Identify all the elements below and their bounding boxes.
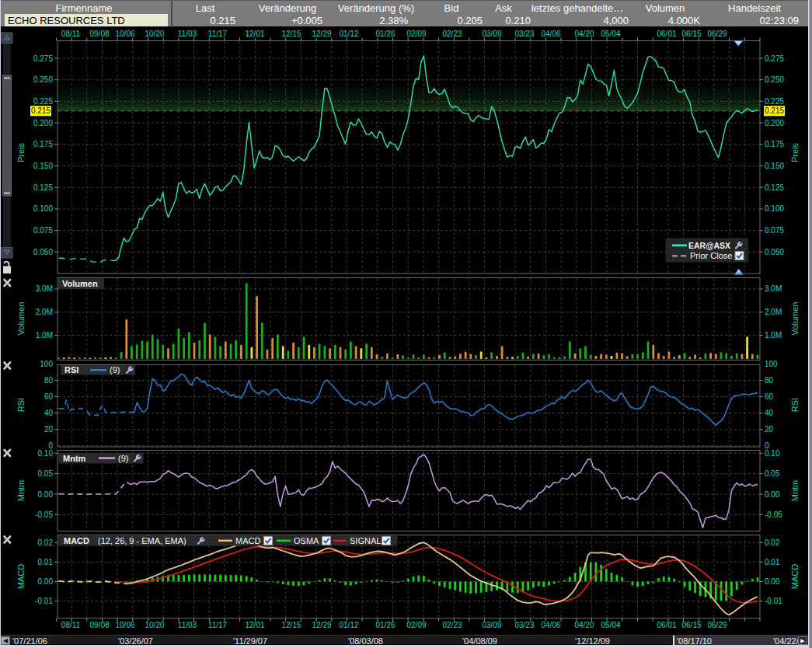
svg-text:RSI: RSI	[64, 365, 78, 375]
svg-text:0.150: 0.150	[765, 162, 784, 170]
svg-text:01/26: 01/26	[375, 621, 395, 629]
svg-text:20: 20	[44, 425, 54, 434]
svg-text:2.0M: 2.0M	[36, 308, 53, 316]
svg-text:OSMA: OSMA	[294, 536, 319, 545]
svg-text:0.275: 0.275	[765, 54, 784, 63]
svg-text:0.05: 0.05	[765, 469, 780, 478]
svg-text:80: 80	[765, 376, 774, 385]
svg-text:0.250: 0.250	[765, 75, 784, 84]
svg-text:MACD: MACD	[64, 536, 89, 545]
svg-text:Volumen: Volumen	[62, 279, 98, 288]
svg-text:11/17: 11/17	[208, 621, 228, 629]
svg-text:RSI: RSI	[790, 398, 800, 412]
svg-text:01/26: 01/26	[375, 30, 395, 38]
svg-text:0.275: 0.275	[33, 54, 53, 63]
svg-text:Mntm: Mntm	[63, 454, 86, 463]
svg-text:Mntm: Mntm	[16, 480, 26, 502]
svg-text:0.02: 0.02	[38, 538, 54, 547]
svg-text:10/06: 10/06	[115, 30, 134, 38]
svg-text:(9): (9)	[110, 365, 120, 375]
svg-text:0.175: 0.175	[765, 140, 784, 148]
svg-text:04/20: 04/20	[574, 621, 594, 629]
svg-text:0.100: 0.100	[765, 204, 784, 213]
svg-text:0.00: 0.00	[765, 577, 780, 586]
svg-text:Volumen: Volumen	[16, 302, 26, 336]
svg-text:0.10: 0.10	[765, 449, 780, 458]
svg-text:(9): (9)	[118, 454, 128, 463]
svg-text:0.075: 0.075	[33, 226, 53, 235]
svg-text:0.01: 0.01	[765, 558, 780, 566]
svg-text:12/01: 12/01	[245, 621, 264, 629]
svg-text:(12, 26, 9 - EMA, EMA): (12, 26, 9 - EMA, EMA)	[98, 536, 186, 545]
svg-text:03/09: 03/09	[482, 621, 501, 629]
svg-text:11/03: 11/03	[178, 621, 197, 629]
svg-text:40: 40	[44, 409, 54, 417]
svg-text:1.0M: 1.0M	[765, 331, 782, 340]
svg-text:-0.01: -0.01	[765, 597, 782, 605]
svg-text:10/06: 10/06	[115, 621, 134, 629]
svg-text:06/15: 06/15	[681, 30, 701, 38]
svg-text:3.0M: 3.0M	[36, 284, 53, 293]
svg-text:06/01: 06/01	[657, 30, 676, 38]
svg-text:60: 60	[44, 392, 54, 401]
svg-text:09/08: 09/08	[89, 30, 109, 38]
svg-text:0.100: 0.100	[33, 204, 53, 213]
svg-text:04/06: 04/06	[541, 30, 560, 38]
svg-text:40: 40	[765, 409, 774, 417]
svg-text:06/15: 06/15	[681, 621, 701, 629]
svg-text:0.02: 0.02	[765, 538, 780, 547]
svg-text:02/09: 02/09	[406, 30, 426, 38]
svg-text:20: 20	[765, 425, 774, 434]
svg-text:0.200: 0.200	[765, 119, 784, 127]
svg-text:06/29: 06/29	[707, 621, 727, 629]
svg-text:MACD: MACD	[235, 536, 260, 545]
svg-text:0.00: 0.00	[765, 490, 780, 499]
svg-text:12/29: 12/29	[312, 621, 331, 629]
svg-text:EAR@ASX: EAR@ASX	[688, 241, 730, 250]
svg-text:0.215: 0.215	[31, 106, 51, 115]
svg-text:02/09: 02/09	[406, 621, 426, 629]
svg-text:03/23: 03/23	[514, 621, 534, 629]
svg-text:Prior Close: Prior Close	[690, 251, 732, 260]
svg-text:0.175: 0.175	[33, 140, 53, 148]
svg-text:02/23: 02/23	[442, 621, 462, 629]
svg-text:Preis: Preis	[790, 142, 800, 162]
svg-text:0.01: 0.01	[38, 558, 54, 566]
svg-text:12/15: 12/15	[281, 621, 301, 629]
svg-text:05/04: 05/04	[601, 30, 620, 38]
svg-text:100: 100	[765, 360, 778, 368]
svg-text:-0.01: -0.01	[35, 597, 53, 605]
svg-text:04/06: 04/06	[541, 621, 560, 629]
svg-text:0.00: 0.00	[38, 490, 54, 499]
svg-text:0.050: 0.050	[33, 248, 53, 256]
svg-text:2.0M: 2.0M	[765, 308, 782, 316]
svg-text:MACD: MACD	[16, 564, 26, 589]
svg-text:10/20: 10/20	[145, 30, 164, 38]
svg-text:03/09: 03/09	[482, 30, 501, 38]
svg-text:Preis: Preis	[16, 142, 26, 162]
svg-text:05/04: 05/04	[601, 621, 620, 629]
svg-text:0.225: 0.225	[765, 97, 784, 106]
svg-text:02/23: 02/23	[442, 30, 462, 38]
svg-text:01/12: 01/12	[339, 621, 358, 629]
svg-text:08/11: 08/11	[61, 621, 81, 629]
svg-text:08/11: 08/11	[61, 30, 81, 38]
svg-text:12/29: 12/29	[312, 30, 331, 38]
svg-text:-0.05: -0.05	[765, 510, 782, 519]
svg-text:MACD: MACD	[790, 564, 800, 589]
svg-text:0.225: 0.225	[33, 97, 53, 106]
svg-text:Volumen: Volumen	[790, 302, 800, 336]
svg-text:04/20: 04/20	[574, 30, 594, 38]
svg-text:03/23: 03/23	[514, 30, 534, 38]
svg-text:SIGNAL: SIGNAL	[350, 536, 381, 545]
svg-text:0.050: 0.050	[765, 248, 784, 256]
svg-text:80: 80	[44, 376, 54, 385]
svg-text:-0.05: -0.05	[35, 510, 53, 519]
svg-text:06/29: 06/29	[707, 30, 727, 38]
svg-text:100: 100	[40, 360, 53, 368]
svg-text:06/01: 06/01	[657, 621, 676, 629]
svg-text:0.200: 0.200	[33, 119, 53, 127]
svg-text:01/12: 01/12	[339, 30, 358, 38]
svg-text:0.05: 0.05	[38, 469, 54, 478]
svg-text:0.215: 0.215	[765, 106, 784, 115]
